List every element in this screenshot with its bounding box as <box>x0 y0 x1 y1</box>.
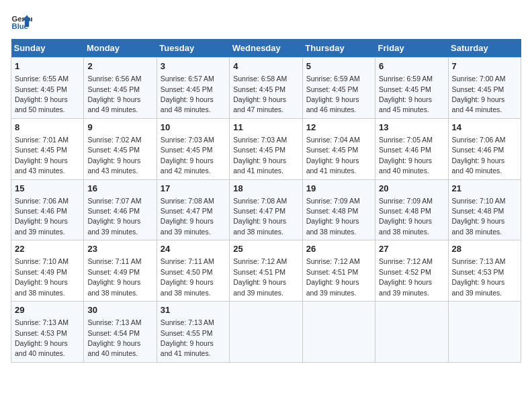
calendar-week-row: 15Sunrise: 7:06 AMSunset: 4:46 PMDayligh… <box>11 179 521 240</box>
day-info: Sunrise: 7:03 AMSunset: 4:45 PMDaylight:… <box>233 136 287 175</box>
day-info: Sunrise: 7:03 AMSunset: 4:45 PMDaylight:… <box>161 136 214 175</box>
calendar-day-cell: 24Sunrise: 7:11 AMSunset: 4:50 PMDayligh… <box>157 240 229 302</box>
day-number: 8 <box>15 122 80 134</box>
day-info: Sunrise: 7:12 AMSunset: 4:51 PMDaylight:… <box>306 257 360 296</box>
day-number: 7 <box>452 60 517 73</box>
calendar-day-cell: 2Sunrise: 6:56 AMSunset: 4:45 PMDaylight… <box>84 58 157 119</box>
weekday-header: Wednesday <box>230 39 302 58</box>
calendar-day-cell: 17Sunrise: 7:08 AMSunset: 4:47 PMDayligh… <box>157 179 229 240</box>
day-number: 21 <box>452 183 517 195</box>
weekday-header: Saturday <box>448 39 521 58</box>
calendar-day-cell: 14Sunrise: 7:06 AMSunset: 4:46 PMDayligh… <box>448 118 521 179</box>
logo-icon: General Blue <box>11 11 32 32</box>
day-info: Sunrise: 7:12 AMSunset: 4:52 PMDaylight:… <box>379 257 433 296</box>
calendar-day-cell: 11Sunrise: 7:03 AMSunset: 4:45 PMDayligh… <box>230 118 302 179</box>
calendar-day-cell: 6Sunrise: 6:59 AMSunset: 4:45 PMDaylight… <box>375 58 448 119</box>
day-number: 3 <box>161 60 226 73</box>
calendar-day-cell: 22Sunrise: 7:10 AMSunset: 4:49 PMDayligh… <box>11 240 84 302</box>
day-info: Sunrise: 7:08 AMSunset: 4:47 PMDaylight:… <box>161 197 214 236</box>
calendar-day-cell: 18Sunrise: 7:08 AMSunset: 4:47 PMDayligh… <box>230 179 302 240</box>
day-info: Sunrise: 6:55 AMSunset: 4:45 PMDaylight:… <box>15 75 69 113</box>
day-info: Sunrise: 6:58 AMSunset: 4:45 PMDaylight:… <box>233 75 287 113</box>
day-number: 23 <box>87 243 152 255</box>
weekday-header: Thursday <box>302 39 375 58</box>
day-info: Sunrise: 7:08 AMSunset: 4:47 PMDaylight:… <box>233 197 287 236</box>
day-info: Sunrise: 7:05 AMSunset: 4:46 PMDaylight:… <box>379 136 433 175</box>
day-info: Sunrise: 7:06 AMSunset: 4:46 PMDaylight:… <box>452 136 506 175</box>
day-info: Sunrise: 6:57 AMSunset: 4:45 PMDaylight:… <box>161 75 214 113</box>
day-info: Sunrise: 7:13 AMSunset: 4:55 PMDaylight:… <box>161 318 214 357</box>
calendar-day-cell: 5Sunrise: 6:59 AMSunset: 4:45 PMDaylight… <box>302 58 375 119</box>
page-header: General Blue <box>11 11 521 32</box>
day-info: Sunrise: 7:01 AMSunset: 4:45 PMDaylight:… <box>15 136 69 175</box>
day-info: Sunrise: 6:59 AMSunset: 4:45 PMDaylight:… <box>379 75 433 113</box>
calendar-day-cell: 23Sunrise: 7:11 AMSunset: 4:49 PMDayligh… <box>84 240 157 302</box>
calendar-day-cell: 21Sunrise: 7:10 AMSunset: 4:48 PMDayligh… <box>448 179 521 240</box>
day-info: Sunrise: 7:12 AMSunset: 4:51 PMDaylight:… <box>233 257 287 296</box>
day-number: 25 <box>233 243 298 255</box>
calendar-day-cell: 27Sunrise: 7:12 AMSunset: 4:52 PMDayligh… <box>375 240 448 302</box>
day-number: 13 <box>379 122 444 134</box>
day-number: 2 <box>87 60 152 73</box>
day-info: Sunrise: 7:13 AMSunset: 4:53 PMDaylight:… <box>15 318 69 357</box>
calendar-day-cell: 10Sunrise: 7:03 AMSunset: 4:45 PMDayligh… <box>157 118 229 179</box>
calendar-day-cell: 12Sunrise: 7:04 AMSunset: 4:45 PMDayligh… <box>302 118 375 179</box>
day-number: 1 <box>15 60 80 73</box>
calendar-week-row: 1Sunrise: 6:55 AMSunset: 4:45 PMDaylight… <box>11 58 521 119</box>
logo: General Blue <box>11 11 32 32</box>
calendar-day-cell: 13Sunrise: 7:05 AMSunset: 4:46 PMDayligh… <box>375 118 448 179</box>
day-number: 5 <box>306 60 371 73</box>
day-number: 14 <box>452 122 517 134</box>
calendar-day-cell: 9Sunrise: 7:02 AMSunset: 4:45 PMDaylight… <box>84 118 157 179</box>
day-info: Sunrise: 7:07 AMSunset: 4:46 PMDaylight:… <box>87 197 141 236</box>
weekday-header: Monday <box>84 39 157 58</box>
day-number: 10 <box>161 122 226 134</box>
calendar-day-cell: 20Sunrise: 7:09 AMSunset: 4:48 PMDayligh… <box>375 179 448 240</box>
day-number: 26 <box>306 243 371 255</box>
day-info: Sunrise: 7:00 AMSunset: 4:45 PMDaylight:… <box>452 75 506 113</box>
calendar-day-cell: 3Sunrise: 6:57 AMSunset: 4:45 PMDaylight… <box>157 58 229 119</box>
calendar-day-cell: 7Sunrise: 7:00 AMSunset: 4:45 PMDaylight… <box>448 58 521 119</box>
day-info: Sunrise: 7:09 AMSunset: 4:48 PMDaylight:… <box>306 197 360 236</box>
day-number: 22 <box>15 243 80 255</box>
day-info: Sunrise: 7:04 AMSunset: 4:45 PMDaylight:… <box>306 136 360 175</box>
calendar-day-cell: 15Sunrise: 7:06 AMSunset: 4:46 PMDayligh… <box>11 179 84 240</box>
calendar-day-cell: 19Sunrise: 7:09 AMSunset: 4:48 PMDayligh… <box>302 179 375 240</box>
day-number: 9 <box>87 122 152 134</box>
day-info: Sunrise: 7:02 AMSunset: 4:45 PMDaylight:… <box>87 136 141 175</box>
calendar-day-cell <box>375 302 448 363</box>
calendar-week-row: 29Sunrise: 7:13 AMSunset: 4:53 PMDayligh… <box>11 302 521 363</box>
calendar-day-cell <box>302 302 375 363</box>
day-info: Sunrise: 7:10 AMSunset: 4:49 PMDaylight:… <box>15 257 69 296</box>
calendar-day-cell: 28Sunrise: 7:13 AMSunset: 4:53 PMDayligh… <box>448 240 521 302</box>
day-number: 6 <box>379 60 444 73</box>
day-info: Sunrise: 7:13 AMSunset: 4:53 PMDaylight:… <box>452 257 506 296</box>
day-number: 12 <box>306 122 371 134</box>
day-info: Sunrise: 6:56 AMSunset: 4:45 PMDaylight:… <box>87 75 141 113</box>
calendar-day-cell: 30Sunrise: 7:13 AMSunset: 4:54 PMDayligh… <box>84 302 157 363</box>
day-number: 4 <box>233 60 298 73</box>
calendar-day-cell <box>230 302 302 363</box>
calendar-day-cell: 25Sunrise: 7:12 AMSunset: 4:51 PMDayligh… <box>230 240 302 302</box>
day-info: Sunrise: 7:11 AMSunset: 4:50 PMDaylight:… <box>161 257 214 296</box>
day-number: 30 <box>87 304 152 316</box>
calendar-day-cell: 26Sunrise: 7:12 AMSunset: 4:51 PMDayligh… <box>302 240 375 302</box>
calendar-week-row: 22Sunrise: 7:10 AMSunset: 4:49 PMDayligh… <box>11 240 521 302</box>
day-info: Sunrise: 6:59 AMSunset: 4:45 PMDaylight:… <box>306 75 360 113</box>
day-number: 16 <box>87 183 152 195</box>
day-number: 19 <box>306 183 371 195</box>
day-info: Sunrise: 7:09 AMSunset: 4:48 PMDaylight:… <box>379 197 433 236</box>
calendar-day-cell: 31Sunrise: 7:13 AMSunset: 4:55 PMDayligh… <box>157 302 229 363</box>
day-number: 17 <box>161 183 226 195</box>
day-info: Sunrise: 7:10 AMSunset: 4:48 PMDaylight:… <box>452 197 506 236</box>
day-info: Sunrise: 7:11 AMSunset: 4:49 PMDaylight:… <box>87 257 141 296</box>
day-number: 29 <box>15 304 80 316</box>
calendar-week-row: 8Sunrise: 7:01 AMSunset: 4:45 PMDaylight… <box>11 118 521 179</box>
day-number: 27 <box>379 243 444 255</box>
day-info: Sunrise: 7:06 AMSunset: 4:46 PMDaylight:… <box>15 197 69 236</box>
day-number: 18 <box>233 183 298 195</box>
day-number: 24 <box>161 243 226 255</box>
calendar-day-cell <box>448 302 521 363</box>
weekday-header: Tuesday <box>157 39 229 58</box>
day-number: 20 <box>379 183 444 195</box>
